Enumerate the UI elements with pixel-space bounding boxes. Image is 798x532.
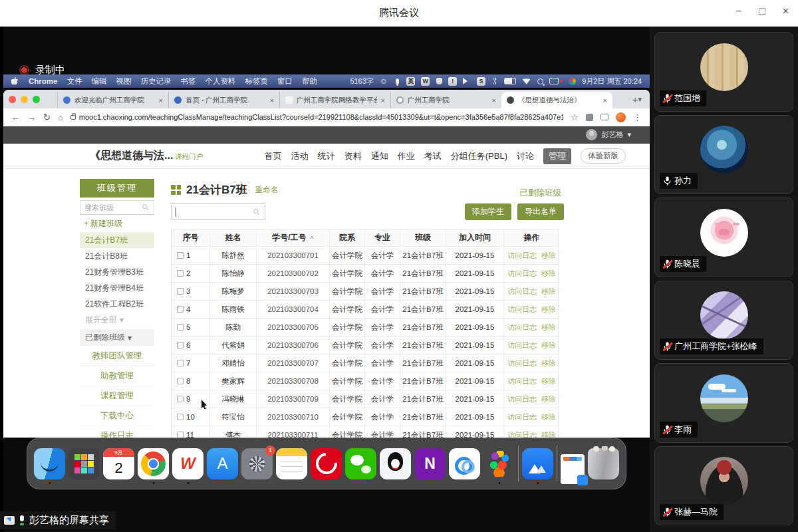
participant-card[interactable]: 张赫—马院 <box>654 446 793 526</box>
deleted-classes-button[interactable]: 已删除班级 ▾ <box>80 329 154 346</box>
visit-log-link[interactable]: 访问日志 <box>507 394 537 404</box>
row-checkbox[interactable] <box>177 252 184 259</box>
remove-link[interactable]: 移除 <box>541 305 556 315</box>
sidebar-link[interactable]: 操作日志 <box>80 426 154 438</box>
user-dropdown-icon[interactable]: ▾ <box>627 130 631 139</box>
course-nav-item[interactable]: 首页 <box>265 150 282 162</box>
menubar-item[interactable]: 个人资料 <box>205 76 235 86</box>
close-button[interactable]: × <box>783 5 789 17</box>
browser-tab[interactable]: 欢迎光临广州工商学院 × <box>57 92 168 108</box>
row-checkbox[interactable] <box>177 360 184 366</box>
status-icon[interactable] <box>549 77 563 86</box>
course-nav-item[interactable]: 作业 <box>398 150 415 162</box>
new-class-button[interactable]: + 新建班级 <box>80 215 154 232</box>
dock-app-icon[interactable] <box>449 448 480 479</box>
status-icon[interactable]: S <box>477 77 485 86</box>
row-checkbox[interactable] <box>177 324 184 331</box>
tab-close-icon[interactable]: × <box>381 96 385 104</box>
remove-link[interactable]: 移除 <box>541 323 556 332</box>
address-field[interactable]: mooc1.chaoxing.com/teachingClassManage/t… <box>70 113 564 121</box>
status-icon[interactable]: W <box>421 77 430 86</box>
menubar-item[interactable]: 文件 <box>66 76 82 86</box>
tab-close-icon[interactable]: × <box>603 96 607 104</box>
tab-close-icon[interactable]: × <box>492 96 496 104</box>
forward-icon[interactable]: → <box>27 112 36 122</box>
remove-link[interactable]: 移除 <box>541 340 556 350</box>
participant-card[interactable]: 范国增 <box>654 32 793 112</box>
course-nav-item[interactable]: 统计 <box>318 150 335 162</box>
course-nav-item[interactable]: 通知 <box>371 150 388 162</box>
status-icon[interactable]: 英 <box>406 77 415 86</box>
visit-log-link[interactable]: 访问日志 <box>507 430 537 438</box>
status-icon[interactable] <box>394 77 400 86</box>
visit-log-link[interactable]: 访问日志 <box>507 376 537 386</box>
bookmark-star-icon[interactable]: ☆ <box>571 112 579 122</box>
dock-app-icon[interactable] <box>138 448 169 479</box>
menubar-item[interactable]: 窗口 <box>277 76 293 86</box>
course-portal-link[interactable]: 课程门户 <box>175 152 203 162</box>
row-checkbox[interactable] <box>177 288 184 295</box>
dock-app-icon[interactable] <box>276 448 307 479</box>
course-nav-item[interactable]: 活动 <box>291 150 309 162</box>
col-id[interactable]: 学号/工号^ <box>257 229 330 246</box>
maximize-button[interactable]: □ <box>759 5 765 17</box>
rename-link[interactable]: 重命名 <box>255 185 279 195</box>
menubar-app-name[interactable]: Chrome <box>29 77 57 85</box>
extensions-icon[interactable] <box>586 114 593 121</box>
browser-tab[interactable]: 《思想道德与法治》 × <box>501 92 612 108</box>
status-icon[interactable] <box>569 77 576 86</box>
status-icon[interactable] <box>436 77 442 86</box>
participant-card[interactable]: 广州工商学院+张松峰 <box>654 281 793 360</box>
add-student-button[interactable]: 添加学生 <box>465 203 511 220</box>
sidebar-class-item[interactable]: 21软件工程B2班 <box>80 296 154 312</box>
row-checkbox[interactable] <box>177 396 184 402</box>
student-search-box[interactable] <box>171 203 265 220</box>
tab-close-icon[interactable]: × <box>270 96 274 104</box>
sidebar-class-item[interactable]: 21财务管理B4班 <box>80 280 154 296</box>
export-list-button[interactable]: 导出名单 <box>517 203 564 220</box>
expand-all-button[interactable]: 展开全部 ▾ <box>80 312 154 328</box>
status-icon[interactable]: ☺ <box>380 77 388 86</box>
status-icon[interactable]: 5163字 <box>350 77 373 86</box>
menubar-item[interactable]: 标签页 <box>245 76 268 86</box>
apple-icon[interactable] <box>11 77 19 86</box>
back-icon[interactable]: ← <box>11 112 20 122</box>
course-nav-item[interactable]: 管理 <box>543 148 571 164</box>
dock-app-icon[interactable] <box>345 448 376 479</box>
participant-card[interactable]: 李雨 <box>654 363 793 443</box>
visit-log-link[interactable]: 访问日志 <box>507 287 537 297</box>
dock-app-icon[interactable] <box>34 448 65 479</box>
try-new-version-button[interactable]: 体验新版 <box>581 148 626 164</box>
status-icon[interactable] <box>522 77 531 86</box>
remove-link[interactable]: 移除 <box>541 358 556 368</box>
browser-tab[interactable]: 广州工商学院 × <box>390 92 501 108</box>
status-icon[interactable]: 9月2日 周五 20:24 <box>582 77 642 86</box>
visit-log-link[interactable]: 访问日志 <box>507 358 537 368</box>
dock-app-icon[interactable]: A <box>207 448 238 479</box>
dock-app-icon[interactable] <box>518 446 519 481</box>
tab-search-icon[interactable]: ▾ <box>638 95 644 104</box>
visit-log-link[interactable]: 访问日志 <box>507 269 537 279</box>
dock-app-icon[interactable]: N <box>414 448 446 479</box>
minimize-window-icon[interactable] <box>21 96 28 103</box>
dock-app-icon[interactable] <box>483 448 515 479</box>
visit-log-link[interactable]: 访问日志 <box>507 305 537 315</box>
menubar-item[interactable]: 书签 <box>180 76 196 86</box>
sidebar-link[interactable]: 下载中心 <box>80 406 154 426</box>
status-icon[interactable]: ! <box>448 77 457 86</box>
deleted-classes-link[interactable]: 已删除班级 <box>520 188 562 199</box>
participant-card[interactable]: 孙力 <box>654 115 793 195</box>
row-checkbox[interactable] <box>177 270 184 277</box>
remove-link[interactable]: 移除 <box>541 251 556 261</box>
remove-link[interactable]: 移除 <box>541 412 556 422</box>
dock-app-icon[interactable] <box>522 448 553 479</box>
status-icon[interactable] <box>504 77 516 86</box>
new-tab-button[interactable]: + <box>632 94 638 105</box>
reload-icon[interactable]: ↻ <box>43 112 51 122</box>
sidebar-class-item[interactable]: 21会计B8班 <box>80 248 154 264</box>
visit-log-link[interactable]: 访问日志 <box>507 340 537 350</box>
home-icon[interactable]: ⌂ <box>58 112 63 122</box>
browser-tab[interactable]: 首页 - 广州工商学院 × <box>168 92 279 108</box>
remove-link[interactable]: 移除 <box>541 376 556 386</box>
visit-log-link[interactable]: 访问日志 <box>507 323 537 332</box>
